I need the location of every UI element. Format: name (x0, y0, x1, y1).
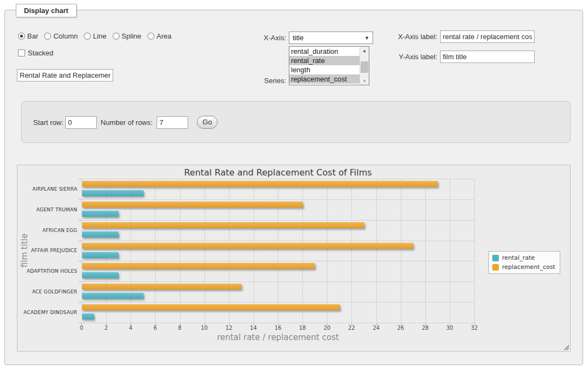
series-option-length[interactable]: length (289, 65, 360, 74)
category-label: AFFAIR PREJUDICE (17, 241, 77, 261)
gridline (302, 179, 303, 323)
stacked-label: Stacked (28, 49, 53, 57)
number-of-rows-input[interactable] (157, 116, 188, 129)
tick-mark (79, 261, 82, 261)
gridline (82, 281, 474, 282)
x-tick-label: 24 (373, 325, 380, 331)
series-listbox[interactable]: rental_durationrental_ratelengthreplacem… (289, 46, 369, 85)
number-of-rows-label: Number of rows: (101, 118, 152, 127)
tick-mark (79, 241, 82, 241)
go-button[interactable]: Go (197, 116, 218, 129)
chart-title: Rental Rate and Replacement Cost of Film… (82, 167, 474, 178)
gridline (82, 241, 474, 241)
chart-type-column[interactable]: Column (44, 32, 78, 40)
series-option-rental_rate[interactable]: rental_rate (289, 56, 360, 65)
x-tick-label: 4 (129, 325, 132, 331)
chart-x-axis-title: rental rate / replacement cost (82, 333, 474, 342)
gridline (425, 179, 426, 323)
legend-item-rental_rate[interactable]: rental_rate (492, 254, 555, 261)
bar-rental_rate (82, 190, 144, 196)
start-row-input[interactable] (65, 116, 97, 129)
series-option-replacement_cost[interactable]: replacement_cost (289, 74, 360, 84)
resize-handle-icon[interactable] (563, 344, 569, 350)
chart-container: Rental Rate and Replacement Cost of Film… (17, 165, 571, 352)
radio-icon (84, 33, 91, 40)
series-select-label: Series: (239, 77, 286, 85)
x-tick-label: 20 (324, 325, 331, 331)
gridline (376, 179, 377, 323)
legend-swatch-icon (492, 255, 499, 261)
series-option-rental_duration[interactable]: rental_duration (289, 47, 360, 56)
series-scrollbar[interactable]: ▲ ▼ (360, 47, 369, 85)
y-axis-label-label: Y-Axis label: (387, 53, 437, 61)
gridline (82, 323, 474, 323)
gridline (450, 179, 450, 323)
chart-type-area[interactable]: Area (147, 32, 171, 40)
display-chart-fieldset: Display chart BarColumnLineSplineArea St… (4, 10, 583, 365)
tick-mark (79, 281, 82, 282)
scroll-up-icon[interactable]: ▲ (360, 47, 369, 54)
x-axis-label-input[interactable] (440, 30, 535, 43)
x-tick-label: 32 (471, 325, 478, 331)
x-tick-label: 12 (225, 325, 232, 331)
series-options: rental_durationrental_ratelengthreplacem… (289, 47, 360, 85)
tick-mark (79, 220, 82, 221)
tick-mark (79, 199, 82, 200)
y-axis-label-input[interactable] (440, 51, 535, 63)
gridline (155, 179, 156, 323)
radio-icon (113, 33, 120, 40)
gridline (131, 179, 131, 323)
category-label: AIRPLANE SIERRA (17, 179, 77, 199)
category-label: AFRICAN EGG (17, 220, 77, 241)
gridline (401, 179, 401, 323)
x-tick-label: 16 (275, 325, 282, 331)
chart-type-spline[interactable]: Spline (113, 32, 141, 40)
stacked-checkbox[interactable]: Stacked (18, 49, 53, 57)
x-tick-label: 2 (104, 325, 108, 331)
legend-label: replacement_cost (502, 264, 555, 271)
chevron-down-icon: ▼ (364, 35, 369, 41)
row-controls-panel: Start row: Number of rows: Go (21, 101, 571, 143)
x-tick-label: 6 (153, 325, 157, 331)
x-axis-selected-value: title (293, 34, 364, 42)
x-tick-label: 14 (250, 325, 257, 331)
tick-mark (79, 179, 82, 179)
bar-replacement_cost (82, 304, 340, 310)
bar-rental_rate (82, 272, 119, 278)
gridline (82, 179, 82, 323)
page: Display chart BarColumnLineSplineArea St… (0, 0, 588, 370)
gridline (205, 179, 205, 323)
gridline (278, 179, 278, 323)
radio-icon (18, 33, 25, 40)
x-tick-label: 28 (422, 325, 429, 331)
chart-type-options: BarColumnLineSplineArea (18, 32, 171, 40)
fieldset-legend: Display chart (16, 4, 77, 17)
chart-type-line[interactable]: Line (84, 32, 107, 40)
bar-replacement_cost (82, 263, 315, 269)
x-axis-label-label: X-Axis label: (387, 33, 437, 41)
x-tick-label: 8 (178, 325, 181, 331)
legend-swatch-icon (492, 264, 499, 271)
x-tick-label: 22 (348, 325, 355, 331)
x-axis-select[interactable]: title ▼ (289, 32, 373, 44)
scrollbar-thumb[interactable] (361, 61, 368, 73)
chart-type-bar[interactable]: Bar (18, 32, 38, 40)
bar-rental_rate (82, 211, 119, 217)
category-labels: AIRPLANE SIERRAAGENT TRUMANAFRICAN EGGAF… (17, 179, 77, 323)
gridline (82, 179, 474, 179)
gridline (253, 179, 254, 323)
gridline (82, 220, 474, 221)
legend-item-replacement_cost[interactable]: replacement_cost (492, 264, 555, 271)
chart-legend: rental_ratereplacement_cost (488, 251, 560, 274)
scroll-down-icon[interactable]: ▼ (360, 77, 369, 85)
chart-title-input[interactable] (17, 69, 113, 81)
legend-label: rental_rate (502, 254, 535, 261)
category-label: ADAPTATION HOLES (17, 261, 77, 281)
x-tick-label: 26 (397, 325, 404, 331)
category-label: ACADEMY DINOSAUR (17, 302, 77, 323)
bar-replacement_cost (82, 181, 438, 187)
gridline (351, 179, 352, 323)
gridline (474, 179, 475, 323)
gridline (180, 179, 181, 323)
bar-replacement_cost (82, 222, 364, 228)
